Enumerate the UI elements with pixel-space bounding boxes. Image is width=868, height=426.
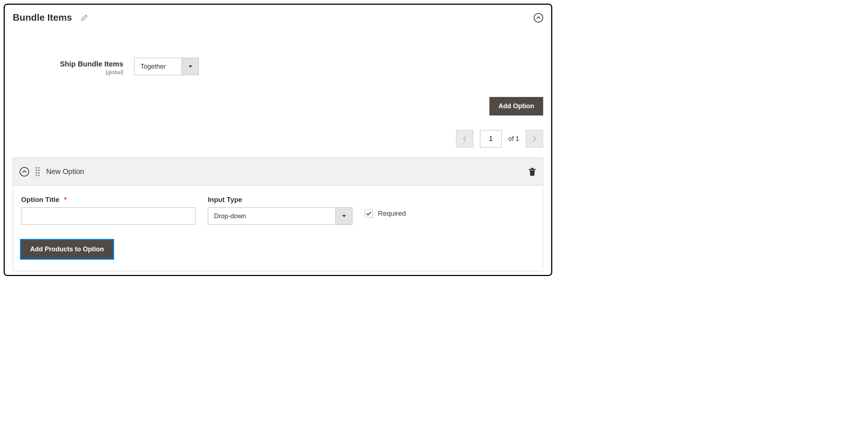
section-title: Bundle Items — [13, 12, 72, 23]
ship-bundle-items-select[interactable]: Together — [134, 58, 199, 75]
option-title-label: Option Title * — [21, 196, 195, 204]
option-header-title: New Option — [46, 167, 522, 176]
option-fields-row: Option Title * Input Type Drop-down — [21, 196, 535, 225]
edit-icon[interactable] — [81, 14, 88, 21]
option-body: Option Title * Input Type Drop-down — [13, 186, 543, 271]
add-option-row: Add Option — [13, 97, 543, 115]
option-header: New Option — [13, 158, 543, 186]
option-title-field: Option Title * — [21, 196, 195, 225]
bundle-option-block: New Option Option Title * — [13, 158, 543, 271]
input-type-field: Input Type Drop-down — [208, 196, 352, 225]
drag-handle-icon[interactable] — [36, 167, 40, 176]
section-header-left: Bundle Items — [13, 12, 88, 23]
dropdown-trigger-icon — [335, 208, 352, 224]
ship-bundle-items-label: Ship Bundle Items [global] — [60, 58, 123, 75]
pager-next-button[interactable] — [526, 130, 543, 147]
input-type-value: Drop-down — [208, 208, 335, 224]
pager-prev-button[interactable] — [456, 130, 473, 147]
required-field: Required — [365, 210, 406, 218]
input-type-select[interactable]: Drop-down — [208, 207, 352, 225]
delete-option-icon[interactable] — [528, 167, 536, 176]
pager-of-label: of 1 — [508, 135, 519, 143]
required-asterisk: * — [64, 196, 66, 203]
dropdown-trigger-icon — [182, 58, 198, 75]
option-title-input[interactable] — [21, 207, 195, 225]
input-type-label: Input Type — [208, 196, 352, 204]
add-option-button[interactable]: Add Option — [489, 97, 543, 115]
ship-bundle-items-field: Ship Bundle Items [global] Together — [60, 58, 543, 75]
ship-scope-text: [global] — [60, 69, 123, 75]
required-checkbox[interactable] — [365, 210, 373, 218]
option-title-label-text: Option Title — [21, 196, 59, 203]
required-label: Required — [378, 210, 406, 218]
section-header: Bundle Items — [13, 12, 543, 23]
ship-label-text: Ship Bundle Items — [60, 60, 123, 68]
svg-rect-0 — [529, 169, 536, 170]
ship-select-value: Together — [134, 58, 182, 75]
pager-total: 1 — [516, 135, 519, 142]
option-collapse-toggle[interactable] — [20, 167, 29, 177]
pager-page-input[interactable] — [480, 130, 502, 147]
bundle-items-section: Bundle Items Ship Bundle Items [global] … — [4, 4, 552, 276]
section-collapse-toggle[interactable] — [534, 13, 543, 23]
svg-rect-1 — [531, 168, 533, 169]
pager: of 1 — [13, 130, 543, 147]
add-products-row: Add Products to Option — [21, 240, 535, 259]
pager-of-word: of — [508, 135, 514, 142]
add-products-to-option-button[interactable]: Add Products to Option — [21, 240, 113, 259]
